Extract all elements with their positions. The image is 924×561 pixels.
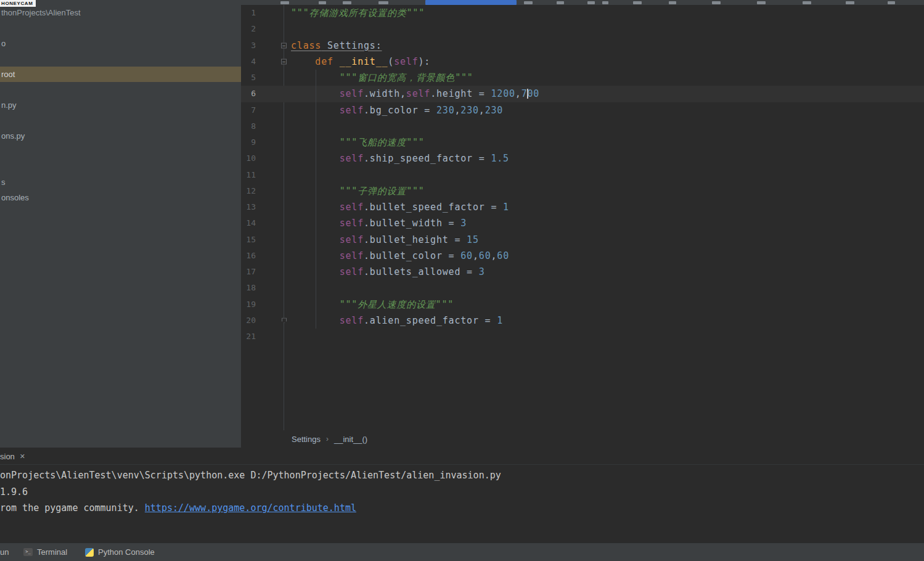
toolbar-icon-fragment[interactable] <box>602 1 608 4</box>
line-number: 18 <box>241 280 256 296</box>
code-line-18[interactable]: 18 <box>241 280 924 296</box>
tree-item[interactable]: s <box>0 174 241 190</box>
code-text <box>284 21 291 37</box>
code-line-12[interactable]: 12 """子弹的设置""" <box>241 183 924 199</box>
ide-window: HONEYCAM thonProjects\AlienTest orootn.p… <box>0 0 924 561</box>
line-number: 16 <box>241 248 256 264</box>
toolbar-icon-fragment[interactable] <box>669 1 676 4</box>
console-link[interactable]: https://www.pygame.org/contribute.html <box>145 502 356 514</box>
gutter <box>256 232 284 248</box>
code-line-3[interactable]: 3−class Settings: <box>241 38 924 54</box>
code-line-1[interactable]: 1"""存储游戏所有设置的类""" <box>241 5 924 21</box>
toolbar-icon-fragment[interactable] <box>378 1 388 4</box>
code-editor[interactable]: 1"""存储游戏所有设置的类"""23−class Settings:4− de… <box>241 5 924 430</box>
breadcrumb-separator-icon: › <box>326 435 329 443</box>
code-text <box>284 329 291 345</box>
line-number: 1 <box>241 5 256 21</box>
terminal-label: Terminal <box>37 547 67 557</box>
tree-item[interactable]: n.py <box>0 97 241 113</box>
line-number: 5 <box>241 70 256 86</box>
run-console-panel: sion ✕ onProjects\AlienTest\venv\Scripts… <box>0 448 924 543</box>
breadcrumb-class[interactable]: Settings <box>292 435 321 444</box>
code-line-2[interactable]: 2 <box>241 21 924 37</box>
line-number: 3 <box>241 38 256 54</box>
code-line-8[interactable]: 8 <box>241 118 924 134</box>
code-line-17[interactable]: 17 self.bullets_allowed = 3 <box>241 264 924 280</box>
console-line: rom the pygame community. https://www.py… <box>0 500 924 517</box>
code-text: self.bullet_width = 3 <box>284 215 467 231</box>
toolbar-icon-fragment[interactable] <box>633 1 642 4</box>
project-root-path[interactable]: thonProjects\AlienTest <box>0 5 241 20</box>
code-text: self.bullet_height = 15 <box>284 232 479 248</box>
toolbar-icon-fragment[interactable] <box>712 1 721 4</box>
line-number: 17 <box>241 264 256 280</box>
code-line-5[interactable]: 5 """窗口的宽高，背景颜色""" <box>241 70 924 86</box>
main-toolbar-strip <box>0 0 924 5</box>
code-text <box>284 167 291 183</box>
toolbar-icon-fragment[interactable] <box>846 1 854 4</box>
gutter <box>256 5 284 21</box>
code-text <box>284 280 291 296</box>
toolbar-icon-fragment[interactable] <box>757 1 766 4</box>
code-text: self.alien_speed_factor = 1 <box>284 313 503 329</box>
close-icon[interactable]: ✕ <box>20 452 25 461</box>
toolbar-icon-fragment[interactable] <box>319 1 326 4</box>
python-icon <box>85 548 94 557</box>
gutter <box>256 248 284 264</box>
toolbar-icon-fragment[interactable] <box>803 1 811 4</box>
gutter <box>256 167 284 183</box>
status-bar: un >_ Terminal Python Console <box>0 543 924 561</box>
code-line-20[interactable]: 20 self.alien_speed_factor = 1 <box>241 313 924 329</box>
code-line-6[interactable]: 6 self.width,self.height = 1200,700 <box>241 86 924 102</box>
code-text: self.bullets_allowed = 3 <box>284 264 485 280</box>
code-text: class Settings: <box>284 38 382 54</box>
code-text: """存储游戏所有设置的类""" <box>284 5 425 21</box>
gutter <box>256 215 284 231</box>
toolbar-icon-fragment[interactable] <box>587 1 595 4</box>
statusbar-run-partial[interactable]: un <box>0 543 9 561</box>
tree-item-selected[interactable]: root <box>0 67 241 82</box>
code-text: """外星人速度的设置""" <box>284 297 454 313</box>
line-number: 4 <box>241 54 256 70</box>
code-line-10[interactable]: 10 self.ship_speed_factor = 1.5 <box>241 150 924 166</box>
line-number: 14 <box>241 215 256 231</box>
toolbar-icon-fragment[interactable] <box>557 1 564 4</box>
code-line-9[interactable]: 9 """飞船的速度""" <box>241 134 924 150</box>
code-text: self.bullet_color = 60,60,60 <box>284 248 509 264</box>
line-number: 12 <box>241 183 256 199</box>
code-line-4[interactable]: 4− def __init__(self): <box>241 54 924 70</box>
code-text <box>284 118 291 134</box>
code-text: self.ship_speed_factor = 1.5 <box>284 150 509 166</box>
code-line-14[interactable]: 14 self.bullet_width = 3 <box>241 215 924 231</box>
tree-item[interactable]: onsoles <box>0 190 241 205</box>
code-line-15[interactable]: 15 self.bullet_height = 15 <box>241 232 924 248</box>
code-line-19[interactable]: 19 """外星人速度的设置""" <box>241 297 924 313</box>
code-line-7[interactable]: 7 self.bg_color = 230,230,230 <box>241 102 924 118</box>
gutter <box>256 183 284 199</box>
code-text: """子弹的设置""" <box>284 183 425 199</box>
code-line-11[interactable]: 11 <box>241 167 924 183</box>
tree-item[interactable]: ons.py <box>0 128 241 144</box>
breadcrumb-method[interactable]: __init__() <box>334 435 367 444</box>
toolbar-icon-fragment[interactable] <box>280 1 289 4</box>
tree-item[interactable]: o <box>0 36 241 51</box>
run-tab[interactable]: sion ✕ <box>0 448 30 465</box>
toolbar-icon-fragment[interactable] <box>343 1 351 4</box>
console-output: onProjects\AlienTest\venv\Scripts\python… <box>0 467 924 517</box>
line-number: 11 <box>241 167 256 183</box>
run-tab-label[interactable]: sion <box>0 452 15 461</box>
line-number: 9 <box>241 134 256 150</box>
statusbar-terminal-button[interactable]: >_ Terminal <box>23 543 67 561</box>
code-line-16[interactable]: 16 self.bullet_color = 60,60,60 <box>241 248 924 264</box>
code-line-13[interactable]: 13 self.bullet_speed_factor = 1 <box>241 199 924 215</box>
gutter <box>256 150 284 166</box>
statusbar-python-console-button[interactable]: Python Console <box>85 543 155 561</box>
line-number: 15 <box>241 232 256 248</box>
line-number: 19 <box>241 297 256 313</box>
toolbar-icon-fragment[interactable] <box>524 1 533 4</box>
active-toolbar-tab-highlight[interactable] <box>425 0 517 5</box>
gutter <box>256 313 284 329</box>
toolbar-icon-fragment[interactable] <box>888 1 895 4</box>
honeycam-watermark: HONEYCAM <box>0 0 36 7</box>
code-line-21[interactable]: 21 <box>241 329 924 345</box>
